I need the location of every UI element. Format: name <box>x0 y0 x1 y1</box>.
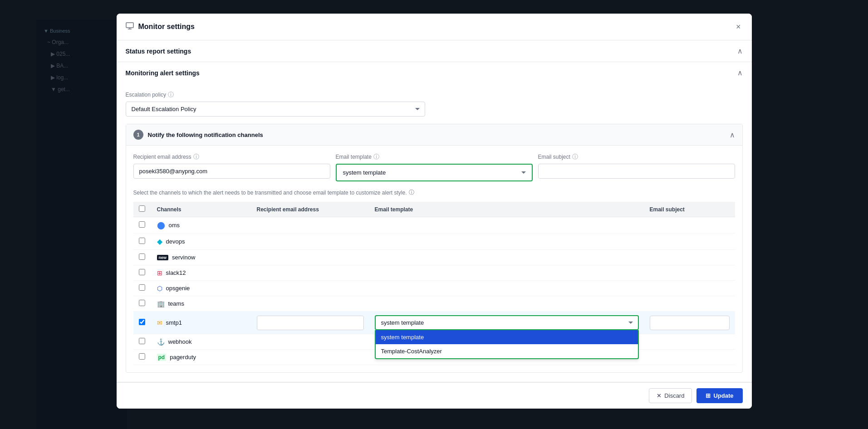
pagerduty-channel: pd pagerduty <box>157 354 246 361</box>
monitoring-alert-header[interactable]: Monitoring alert settings ∧ <box>117 62 752 83</box>
table-header-row: Channels Recipient email address Email t… <box>133 202 735 217</box>
modal-title: Monitor settings <box>138 23 195 31</box>
checkbox-cell <box>133 350 152 365</box>
monitoring-alert-chevron-icon: ∧ <box>737 68 743 77</box>
dropdown-option-system-template[interactable]: system template <box>376 330 638 344</box>
recipient-field-group: Recipient email address ⓘ <box>133 153 330 181</box>
discard-label: Discard <box>664 392 684 399</box>
servinow-channel: new servinow <box>157 254 246 261</box>
notification-block: 1 Notify the following notification chan… <box>126 124 743 373</box>
smtp1-checkbox[interactable] <box>139 319 145 325</box>
notification-block-header: 1 Notify the following notification chan… <box>126 124 742 146</box>
monitoring-alert-title: Monitoring alert settings <box>126 69 200 77</box>
slack12-recipient-cell <box>251 265 369 281</box>
table-row: ⬡ opsgenie <box>133 281 735 296</box>
slack12-checkbox[interactable] <box>139 269 145 275</box>
col-template-header: Email template <box>369 202 644 217</box>
email-template-select[interactable]: system template <box>338 166 531 180</box>
table-row: 🏢 teams <box>133 296 735 312</box>
email-template-field-group: Email template ⓘ system template <box>336 153 533 181</box>
smtp1-subject-cell <box>644 312 735 334</box>
recipient-label: Recipient email address ⓘ <box>133 153 330 161</box>
status-report-chevron-icon: ∧ <box>737 47 743 55</box>
smtp1-subject-input[interactable] <box>650 316 730 330</box>
webhook-label: webhook <box>168 338 192 345</box>
devops-channel: ◆ devops <box>157 237 246 246</box>
help-text: Select the channels to which the alert n… <box>133 189 735 196</box>
discard-button[interactable]: ✕ Discard <box>649 388 692 403</box>
select-all-checkbox[interactable] <box>139 205 145 212</box>
channel-cell: ⬡ opsgenie <box>152 281 251 296</box>
col-recipient-header: Recipient email address <box>251 202 369 217</box>
close-button[interactable]: × <box>734 21 743 33</box>
opsgenie-checkbox[interactable] <box>139 284 145 291</box>
slack12-channel: ⊞ slack12 <box>157 269 246 277</box>
servinow-label: servinow <box>172 254 195 261</box>
servinow-new-badge: new <box>157 255 169 260</box>
smtp1-recipient-input[interactable] <box>257 316 364 330</box>
devops-checkbox[interactable] <box>139 238 145 244</box>
monitor-settings-modal: Monitor settings × Status report setting… <box>117 14 752 409</box>
opsgenie-subject-cell <box>644 281 735 296</box>
channel-cell: new servinow <box>152 250 251 265</box>
email-subject-label: Email subject ⓘ <box>538 153 735 161</box>
col-check-header <box>133 202 152 217</box>
opsgenie-template-cell <box>369 281 644 296</box>
table-row: ⊞ slack12 <box>133 265 735 281</box>
table-row: ⬤ oms <box>133 217 735 234</box>
webhook-channel: ⚓ webhook <box>157 338 246 346</box>
email-template-info-icon: ⓘ <box>373 153 379 161</box>
smtp1-label: smtp1 <box>166 319 182 326</box>
devops-recipient-cell <box>251 234 369 250</box>
servinow-checkbox[interactable] <box>139 253 145 260</box>
servinow-recipient-cell <box>251 250 369 265</box>
status-report-title: Status report settings <box>126 48 191 55</box>
smtp1-template-cell: system template Template-CostAnalyzer sy… <box>369 312 644 334</box>
webhook-checkbox[interactable] <box>139 338 145 344</box>
notification-number: 1 <box>133 130 143 140</box>
modal-header: Monitor settings × <box>117 14 752 40</box>
devops-icon: ◆ <box>157 237 162 246</box>
notification-chevron-icon: ∧ <box>730 131 735 139</box>
webhook-icon: ⚓ <box>157 338 165 346</box>
email-subject-input[interactable] <box>538 164 735 179</box>
oms-checkbox[interactable] <box>139 221 145 228</box>
oms-label: oms <box>169 222 180 229</box>
checkbox-cell <box>133 334 152 350</box>
escalation-policy-select[interactable]: Default Escalation Policy <box>126 102 425 117</box>
servinow-template-cell <box>369 250 644 265</box>
recipient-info-icon: ⓘ <box>193 153 199 161</box>
dropdown-option-cost-analyzer[interactable]: Template-CostAnalyzer <box>376 344 638 358</box>
update-icon: ⊞ <box>706 392 711 399</box>
email-template-label: Email template ⓘ <box>336 153 533 161</box>
pagerduty-checkbox[interactable] <box>139 353 145 360</box>
escalation-label: Escalation policy ⓘ <box>126 91 425 99</box>
teams-checkbox[interactable] <box>139 300 145 306</box>
oms-template-cell <box>369 217 644 234</box>
notification-block-body: Recipient email address ⓘ Email template… <box>126 146 742 372</box>
channel-cell: ⊞ slack12 <box>152 265 251 281</box>
opsgenie-recipient-cell <box>251 281 369 296</box>
teams-icon: 🏢 <box>157 300 165 307</box>
slack12-subject-cell <box>644 265 735 281</box>
pagerduty-subject-cell <box>644 350 735 365</box>
slack12-template-cell <box>369 265 644 281</box>
top-fields-row: Recipient email address ⓘ Email template… <box>133 153 735 181</box>
smtp1-template-select[interactable]: system template Template-CostAnalyzer <box>375 315 639 330</box>
monitor-icon <box>126 22 134 32</box>
status-report-header[interactable]: Status report settings ∧ <box>117 40 752 62</box>
notification-block-title: Notify the following notification channe… <box>148 132 263 138</box>
email-template-wrapper: system template <box>336 164 533 181</box>
oms-subject-cell <box>644 217 735 234</box>
update-button[interactable]: ⊞ Update <box>696 388 742 403</box>
channel-cell: 🏢 teams <box>152 296 251 312</box>
smtp1-icon: ✉ <box>157 319 162 327</box>
notification-wrapper: 1 Notify the following notification chan… <box>117 124 752 382</box>
checkbox-cell <box>133 296 152 312</box>
recipient-email-input[interactable] <box>133 164 330 179</box>
pagerduty-recipient-cell <box>251 350 369 365</box>
smtp1-channel-cell: ✉ smtp1 <box>152 312 251 334</box>
webhook-recipient-cell <box>251 334 369 350</box>
channel-cell: ◆ devops <box>152 234 251 250</box>
modal-footer: ✕ Discard ⊞ Update <box>117 382 752 409</box>
